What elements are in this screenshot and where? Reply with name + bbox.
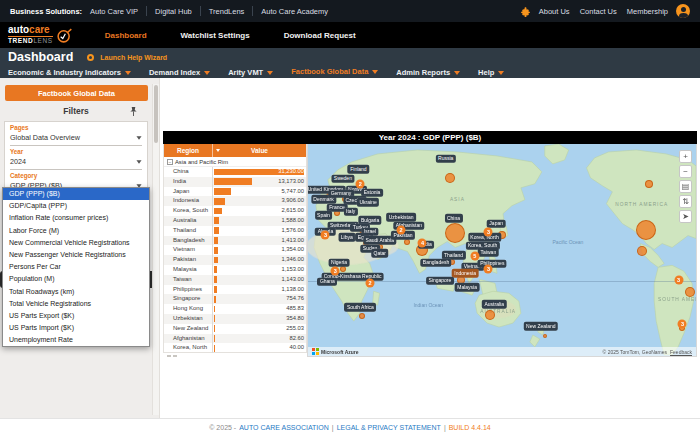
map-cluster-badge[interactable]: 2 bbox=[356, 180, 365, 189]
map-bubble[interactable] bbox=[637, 246, 647, 256]
map-cluster-badge[interactable]: 3 bbox=[678, 320, 687, 329]
map-bubble[interactable] bbox=[445, 223, 465, 243]
map-cluster-badge[interactable]: 3 bbox=[484, 265, 493, 274]
table-rows: China31,230.00India13,173.00Japan5,747.0… bbox=[164, 167, 306, 353]
table-row[interactable]: Hong Kong485.83 bbox=[164, 304, 306, 314]
category-option[interactable]: Labor Force (M) bbox=[3, 225, 149, 237]
map-cluster-badge[interactable]: 2 bbox=[397, 225, 406, 234]
map-cluster-badge[interactable]: 3 bbox=[674, 275, 683, 284]
map-style-picker-button[interactable]: ▤ bbox=[679, 180, 692, 193]
filter-select-pages[interactable]: Global Data Overview bbox=[10, 131, 142, 146]
map-bubble[interactable] bbox=[645, 180, 653, 188]
map-cluster-badge[interactable]: 3 bbox=[321, 231, 330, 240]
map-feedback-link[interactable]: Feedback bbox=[670, 349, 692, 355]
map-country-label-libya: Libya bbox=[338, 233, 355, 242]
pin-icon[interactable] bbox=[129, 106, 138, 117]
gear-icon[interactable] bbox=[519, 5, 531, 17]
row-region-label: China bbox=[164, 167, 213, 177]
utility-link-auto-care-academy[interactable]: Auto Care Academy bbox=[261, 7, 328, 16]
autocare-trendlens-logo[interactable]: autocare TRENDLENS bbox=[8, 25, 73, 45]
row-bar-cell: 1,143.00 bbox=[213, 275, 306, 285]
microsoft-logo-icon bbox=[312, 348, 319, 355]
table-row[interactable]: India13,173.00 bbox=[164, 177, 306, 187]
row-value-label: 31,230.00 bbox=[278, 167, 304, 177]
map-bubble[interactable] bbox=[359, 313, 365, 319]
user-avatar[interactable] bbox=[676, 4, 690, 18]
table-row[interactable]: Philippines1,138.00 bbox=[164, 285, 306, 295]
table-scrollbar[interactable] bbox=[164, 355, 306, 359]
column-header-value[interactable]: Value bbox=[213, 144, 306, 157]
app-menu-item-dashboard[interactable]: Dashboard bbox=[105, 31, 147, 40]
world-map[interactable]: ASIANORTH AMERICAAUSTRALIASOUTH AMERICAP… bbox=[307, 144, 697, 357]
sidebar-scrollbar[interactable] bbox=[152, 84, 159, 415]
scrollbar-thumb[interactable] bbox=[154, 85, 158, 143]
category-option[interactable]: Population (M) bbox=[3, 273, 149, 285]
table-row[interactable]: Indonesia3,906.00 bbox=[164, 196, 306, 206]
factbook-global-data-button[interactable]: Factbook Global Data bbox=[5, 85, 148, 101]
utility-link-digital-hub[interactable]: Digital Hub bbox=[155, 7, 192, 16]
map-cluster-badge[interactable]: 3 bbox=[331, 267, 340, 276]
utility-link-contact-us[interactable]: Contact Us bbox=[580, 7, 617, 16]
row-value-label: 485.83 bbox=[286, 304, 304, 314]
footer-link-association[interactable]: AUTO CARE ASSOCIATION bbox=[239, 424, 329, 431]
utility-link-about-us[interactable]: About Us bbox=[539, 7, 570, 16]
category-option[interactable]: Total Vehicle Registrations bbox=[3, 298, 149, 310]
table-row[interactable]: China31,230.00 bbox=[164, 167, 306, 177]
table-row[interactable]: Australia1,588.00 bbox=[164, 216, 306, 226]
value-bar bbox=[214, 217, 219, 224]
launch-help-wizard-link[interactable]: Launch Help Wizard bbox=[100, 54, 167, 61]
category-option[interactable]: US Parts Export ($K) bbox=[3, 310, 149, 322]
table-row[interactable]: Bangladesh1,413.00 bbox=[164, 236, 306, 246]
app-menu-item-watchlist-settings[interactable]: Watchlist Settings bbox=[181, 31, 250, 40]
map-cluster-badge[interactable]: 2 bbox=[366, 278, 375, 287]
app-menu-item-download-request[interactable]: Download Request bbox=[284, 31, 356, 40]
map-pitch-button[interactable]: ⇅ bbox=[679, 195, 692, 208]
category-option[interactable]: GDP (PPP) ($B) bbox=[3, 188, 149, 200]
map-country-label-nigeria: Nigeria bbox=[329, 258, 350, 267]
category-option[interactable]: Total Roadways (km) bbox=[3, 286, 149, 298]
map-cluster-badge[interactable]: 4 bbox=[418, 238, 427, 247]
utility-link-trendlens[interactable]: TrendLens bbox=[209, 7, 245, 16]
map-bubble[interactable] bbox=[685, 287, 695, 297]
chevron-down-icon bbox=[136, 160, 141, 163]
footer-link-legal[interactable]: LEGAL & PRIVACY STATEMENT bbox=[337, 424, 441, 431]
map-bubble[interactable] bbox=[445, 173, 455, 183]
table-row[interactable]: Uzbekistan354.80 bbox=[164, 314, 306, 324]
map-bubble[interactable] bbox=[485, 310, 495, 320]
map-bubble[interactable] bbox=[636, 220, 656, 240]
map-zoom-out-button[interactable]: − bbox=[679, 165, 692, 178]
utility-link-membership[interactable]: Membership bbox=[627, 7, 668, 16]
table-row[interactable]: Japan5,747.00 bbox=[164, 187, 306, 197]
category-option[interactable]: Unemployment Rate bbox=[3, 334, 149, 346]
category-option[interactable]: New Commercial Vehicle Registrations bbox=[3, 237, 149, 249]
table-row[interactable]: Korea, North40.00 bbox=[164, 343, 306, 353]
category-option[interactable]: New Passenger Vehicle Registrations bbox=[3, 249, 149, 261]
category-option[interactable]: Inflation Rate (consumer prices) bbox=[3, 212, 149, 224]
map-bubble[interactable] bbox=[404, 239, 410, 245]
map-zoom-in-button[interactable]: + bbox=[679, 150, 692, 163]
map-compass-button[interactable]: ➤ bbox=[679, 210, 692, 223]
table-row[interactable]: Afghanistan82.60 bbox=[164, 334, 306, 344]
table-row[interactable]: Korea, South2,615.00 bbox=[164, 206, 306, 216]
column-header-region[interactable]: Region bbox=[164, 144, 213, 157]
category-option[interactable]: US Parts Import ($K) bbox=[3, 322, 149, 334]
collapse-icon[interactable]: − bbox=[167, 159, 173, 165]
map-bubble[interactable] bbox=[340, 266, 346, 272]
map-bubble[interactable] bbox=[543, 334, 547, 338]
table-row[interactable]: New Zealand255.03 bbox=[164, 324, 306, 334]
table-row[interactable]: Malaysia1,153.00 bbox=[164, 265, 306, 275]
category-option[interactable]: GDP/Capita (PPP) bbox=[3, 200, 149, 212]
table-row[interactable]: Thailand1,576.00 bbox=[164, 226, 306, 236]
table-row[interactable]: Singapore754.76 bbox=[164, 294, 306, 304]
utility-left: Business Solutions: Auto Care VIPDigital… bbox=[10, 6, 328, 16]
chevron-down-icon bbox=[204, 71, 210, 75]
utility-link-auto-care-vip[interactable]: Auto Care VIP bbox=[90, 7, 138, 16]
table-row[interactable]: Vietnam1,354.00 bbox=[164, 245, 306, 255]
table-row[interactable]: Pakistan1,346.00 bbox=[164, 255, 306, 265]
category-option[interactable]: Persons Per Car bbox=[3, 261, 149, 273]
group-row-asia-pacific-rim[interactable]: − Asia and Pacific Rim bbox=[164, 157, 306, 167]
filter-select-year[interactable]: 2024 bbox=[10, 155, 142, 170]
map-cluster-badge[interactable]: 5 bbox=[470, 252, 479, 261]
map-cluster-badge[interactable]: 3 bbox=[484, 227, 493, 236]
table-row[interactable]: Taiwan1,143.00 bbox=[164, 275, 306, 285]
